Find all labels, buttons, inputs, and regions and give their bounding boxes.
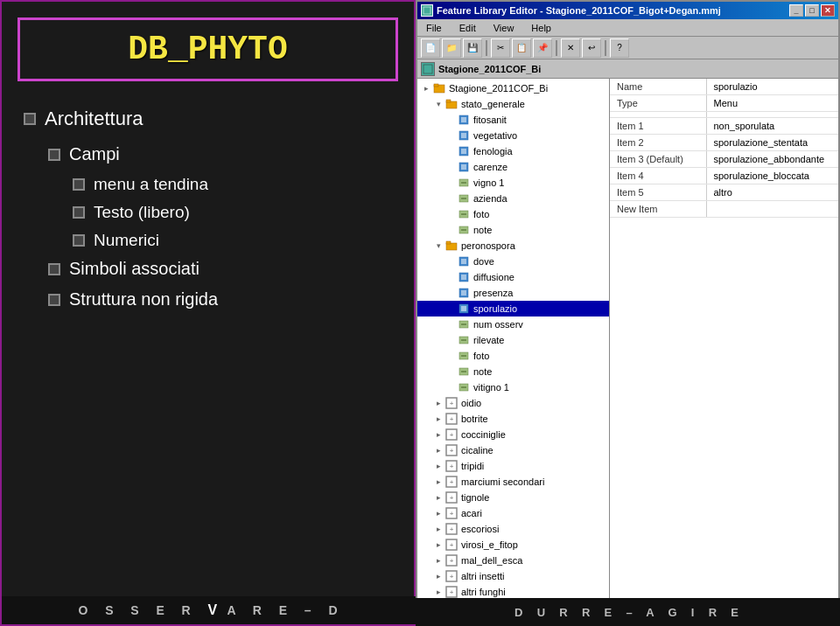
tree-item-label: Stagione_2011COF_Bi <box>449 83 548 94</box>
tree-item[interactable]: ▸+oidio <box>417 395 609 411</box>
tree-node-icon: + <box>445 491 458 504</box>
tree-node-icon: + <box>445 586 458 598</box>
tree-node-icon <box>458 161 470 173</box>
menu-file[interactable]: File <box>421 21 447 35</box>
item-label: menu a tendina <box>94 175 208 194</box>
svg-text:+: + <box>450 573 454 581</box>
prop-name: Item 3 (Default) <box>610 151 706 168</box>
tree-item[interactable]: dove <box>417 254 609 269</box>
svg-text:+: + <box>450 557 454 565</box>
tree-item[interactable]: carenze <box>417 159 609 175</box>
checkbox-icon <box>48 294 60 306</box>
tree-item[interactable]: foto <box>417 348 609 364</box>
list-item: Numerici <box>73 231 392 250</box>
tree-node-icon <box>458 129 470 142</box>
tree-node-icon <box>458 192 470 205</box>
tree-item[interactable]: foto <box>417 206 609 222</box>
tree-item[interactable]: vitigno 1 <box>417 379 609 395</box>
tree-expander <box>444 144 458 158</box>
tree-item[interactable]: ▸+botrite <box>417 411 609 427</box>
prop-row: Item 2sporulazione_stentata <box>610 135 838 151</box>
maximize-button[interactable]: □ <box>805 4 819 17</box>
svg-text:+: + <box>450 447 454 455</box>
tree-node-icon: + <box>445 444 458 456</box>
tree-item[interactable]: ▸+cicaline <box>417 442 609 458</box>
toolbar-help[interactable]: ? <box>610 38 629 58</box>
tree-item[interactable]: ▸+mal_dell_esca <box>417 553 609 568</box>
item-label: Testo (libero) <box>94 203 190 222</box>
close-button[interactable]: ✕ <box>821 4 835 17</box>
tree-node-icon: + <box>445 460 458 472</box>
prop-value: sporulazione_bloccata <box>706 168 838 184</box>
prop-name: Item 4 <box>610 168 706 184</box>
tree-item[interactable]: ▸Stagione_2011COF_Bi <box>417 80 609 96</box>
list-item: Struttura non rigida <box>48 289 392 310</box>
menu-view[interactable]: View <box>488 21 520 35</box>
tree-node-icon: + <box>445 428 458 441</box>
tree-item-label: tignole <box>461 492 489 503</box>
minimize-button[interactable]: _ <box>789 4 803 17</box>
tree-item[interactable]: ▸+marciumi secondari <box>417 474 609 490</box>
tree-panel[interactable]: ▸Stagione_2011COF_Bi▾stato_generalefitos… <box>417 79 610 610</box>
tree-item[interactable]: rilevate <box>417 332 609 348</box>
tree-item[interactable]: vigno 1 <box>417 175 609 191</box>
tree-item[interactable]: ▾stato_generale <box>417 96 609 112</box>
tree-expander <box>444 380 458 394</box>
tree-item[interactable]: note <box>417 364 609 379</box>
toolbar-delete[interactable]: ✕ <box>561 38 580 58</box>
toolbar-new[interactable]: 📄 <box>421 38 440 58</box>
checkbox-icon <box>73 178 85 191</box>
toolbar-undo[interactable]: ↩ <box>582 38 601 58</box>
tree-item[interactable]: note <box>417 222 609 238</box>
tree-node-icon <box>458 365 470 378</box>
prop-value: sporulazione_abbondante <box>706 151 838 168</box>
prop-row: TypeMenu <box>610 95 838 112</box>
tree-item[interactable]: sporulazio <box>417 301 609 316</box>
tree-expander <box>444 254 458 268</box>
win-titlebar: Feature Library Editor - Stagione_2011CO… <box>417 2 838 19</box>
tree-item[interactable]: ▸+tripidi <box>417 458 609 474</box>
list-item: Simboli associati <box>48 259 392 279</box>
toolbar-copy[interactable]: 📋 <box>512 38 531 58</box>
tree-item-label: foto <box>473 209 489 219</box>
tree-item[interactable]: fitosanit <box>417 112 609 128</box>
tree-item[interactable]: vegetativo <box>417 128 609 143</box>
tree-item-label: tripidi <box>461 461 484 471</box>
tree-item[interactable]: ▾peronospora <box>417 238 609 254</box>
addr-icon <box>421 62 435 76</box>
tree-item[interactable]: azienda <box>417 191 609 206</box>
tree-expander: ▸ <box>431 553 445 567</box>
tree-item[interactable]: ▸+acari <box>417 505 609 521</box>
tree-item[interactable]: ▸+virosi_e_fitop <box>417 537 609 553</box>
address-text: Stagione_2011COF_Bi <box>438 64 541 74</box>
tree-item[interactable]: fenologia <box>417 143 609 159</box>
checkbox-icon <box>48 149 60 161</box>
svg-text:+: + <box>450 400 454 407</box>
tree-item[interactable]: num osserv <box>417 316 609 332</box>
tree-node-icon: + <box>445 397 458 409</box>
slide-footer: O S S E R V A R E – D <box>2 596 417 624</box>
item-label: Simboli associati <box>69 259 200 279</box>
tree-item-label: sporulazio <box>473 303 517 314</box>
tree-item[interactable]: ▸+cocciniglie <box>417 427 609 442</box>
tree-item[interactable]: ▸+tignole <box>417 490 609 505</box>
svg-text:+: + <box>450 510 454 518</box>
tree-item[interactable]: diffusione <box>417 269 609 285</box>
menu-help[interactable]: Help <box>526 21 556 35</box>
tree-node-icon: + <box>445 507 458 519</box>
toolbar-paste[interactable]: 📌 <box>533 38 552 58</box>
svg-rect-5 <box>446 100 451 102</box>
tree-item[interactable]: ▸+altri insetti <box>417 568 609 584</box>
tree-expander: ▸ <box>431 475 445 489</box>
prop-name: Name <box>610 79 706 95</box>
tree-item[interactable]: ▸+escoriosi <box>417 521 609 537</box>
toolbar-cut[interactable]: ✂ <box>491 38 510 58</box>
toolbar-open[interactable]: 📁 <box>442 38 461 58</box>
toolbar-save[interactable]: 💾 <box>463 38 482 58</box>
tree-item-label: diffusione <box>473 272 514 282</box>
tree-item[interactable]: presenza <box>417 285 609 301</box>
tree-expander: ▾ <box>431 97 445 111</box>
tree-node-icon <box>458 145 470 157</box>
tree-node-icon <box>458 177 470 189</box>
menu-edit[interactable]: Edit <box>454 21 481 35</box>
